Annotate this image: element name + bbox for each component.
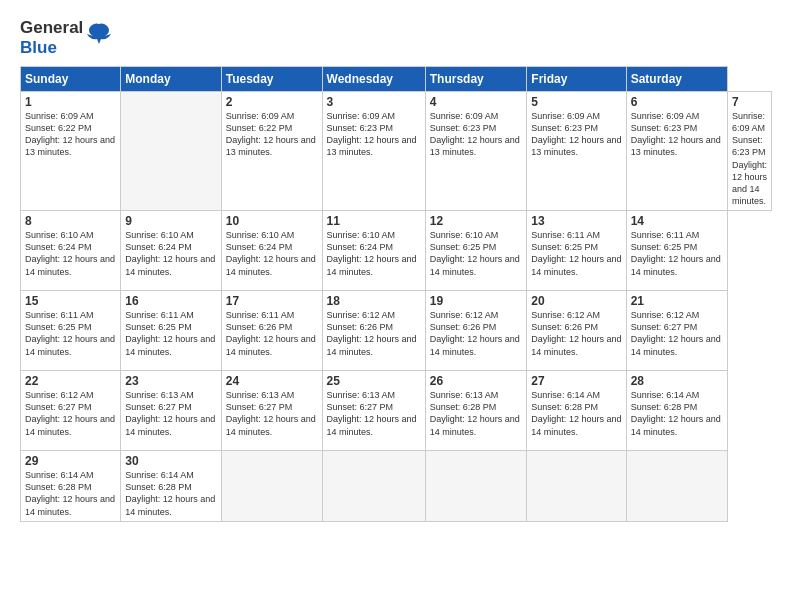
week-row-1: 1Sunrise: 6:09 AMSunset: 6:22 PMDaylight… xyxy=(21,92,772,211)
calendar-header-row: SundayMondayTuesdayWednesdayThursdayFrid… xyxy=(21,67,772,92)
day-cell-13: 13Sunrise: 6:11 AMSunset: 6:25 PMDayligh… xyxy=(527,211,626,291)
day-cell-9: 9Sunrise: 6:10 AMSunset: 6:24 PMDaylight… xyxy=(121,211,222,291)
day-num: 20 xyxy=(531,294,621,308)
col-header-saturday: Saturday xyxy=(626,67,727,92)
day-cell-empty-0 xyxy=(121,92,222,211)
day-num: 27 xyxy=(531,374,621,388)
calendar-table: SundayMondayTuesdayWednesdayThursdayFrid… xyxy=(20,66,772,522)
day-num: 14 xyxy=(631,214,723,228)
day-cell-2: 2Sunrise: 6:09 AMSunset: 6:22 PMDaylight… xyxy=(221,92,322,211)
day-num: 1 xyxy=(25,95,116,109)
day-num: 18 xyxy=(327,294,421,308)
day-cell-26: 26Sunrise: 6:13 AMSunset: 6:28 PMDayligh… xyxy=(425,371,527,451)
day-info: Sunrise: 6:09 AMSunset: 6:22 PMDaylight:… xyxy=(25,111,115,157)
logo-text: General Blue xyxy=(20,18,83,58)
day-num: 16 xyxy=(125,294,217,308)
day-num: 15 xyxy=(25,294,116,308)
day-info: Sunrise: 6:12 AMSunset: 6:27 PMDaylight:… xyxy=(631,310,721,356)
day-cell-8: 8Sunrise: 6:10 AMSunset: 6:24 PMDaylight… xyxy=(21,211,121,291)
day-cell-1: 1Sunrise: 6:09 AMSunset: 6:22 PMDaylight… xyxy=(21,92,121,211)
day-info: Sunrise: 6:09 AMSunset: 6:23 PMDaylight:… xyxy=(631,111,721,157)
day-cell-7: 7Sunrise: 6:09 AMSunset: 6:23 PMDaylight… xyxy=(727,92,771,211)
day-info: Sunrise: 6:11 AMSunset: 6:25 PMDaylight:… xyxy=(531,230,621,276)
day-info: Sunrise: 6:09 AMSunset: 6:23 PMDaylight:… xyxy=(430,111,520,157)
day-num: 6 xyxy=(631,95,723,109)
logo: General Blue xyxy=(20,18,113,58)
day-num: 9 xyxy=(125,214,217,228)
day-cell-22: 22Sunrise: 6:12 AMSunset: 6:27 PMDayligh… xyxy=(21,371,121,451)
day-cell-24: 24Sunrise: 6:13 AMSunset: 6:27 PMDayligh… xyxy=(221,371,322,451)
day-num: 11 xyxy=(327,214,421,228)
day-cell-19: 19Sunrise: 6:12 AMSunset: 6:26 PMDayligh… xyxy=(425,291,527,371)
day-cell-21: 21Sunrise: 6:12 AMSunset: 6:27 PMDayligh… xyxy=(626,291,727,371)
day-num: 5 xyxy=(531,95,621,109)
day-num: 30 xyxy=(125,454,217,468)
col-header-friday: Friday xyxy=(527,67,626,92)
day-cell-12: 12Sunrise: 6:10 AMSunset: 6:25 PMDayligh… xyxy=(425,211,527,291)
day-num: 10 xyxy=(226,214,318,228)
day-cell-empty-4-4 xyxy=(425,451,527,522)
day-num: 29 xyxy=(25,454,116,468)
day-num: 8 xyxy=(25,214,116,228)
day-cell-23: 23Sunrise: 6:13 AMSunset: 6:27 PMDayligh… xyxy=(121,371,222,451)
page: General Blue SundayMondayTuesdayWednesda… xyxy=(0,0,792,612)
day-info: Sunrise: 6:10 AMSunset: 6:24 PMDaylight:… xyxy=(327,230,417,276)
day-num: 21 xyxy=(631,294,723,308)
logo-blue: Blue xyxy=(20,38,83,58)
logo-general: General xyxy=(20,18,83,38)
day-info: Sunrise: 6:09 AMSunset: 6:23 PMDaylight:… xyxy=(531,111,621,157)
day-cell-10: 10Sunrise: 6:10 AMSunset: 6:24 PMDayligh… xyxy=(221,211,322,291)
day-cell-empty-4-6 xyxy=(626,451,727,522)
day-info: Sunrise: 6:11 AMSunset: 6:25 PMDaylight:… xyxy=(125,310,215,356)
day-info: Sunrise: 6:12 AMSunset: 6:26 PMDaylight:… xyxy=(430,310,520,356)
logo-bird-icon xyxy=(85,20,113,52)
day-info: Sunrise: 6:11 AMSunset: 6:26 PMDaylight:… xyxy=(226,310,316,356)
day-info: Sunrise: 6:10 AMSunset: 6:24 PMDaylight:… xyxy=(25,230,115,276)
week-row-4: 22Sunrise: 6:12 AMSunset: 6:27 PMDayligh… xyxy=(21,371,772,451)
day-num: 28 xyxy=(631,374,723,388)
day-num: 13 xyxy=(531,214,621,228)
day-info: Sunrise: 6:09 AMSunset: 6:23 PMDaylight:… xyxy=(732,111,767,206)
day-info: Sunrise: 6:11 AMSunset: 6:25 PMDaylight:… xyxy=(631,230,721,276)
day-num: 24 xyxy=(226,374,318,388)
col-header-tuesday: Tuesday xyxy=(221,67,322,92)
day-info: Sunrise: 6:13 AMSunset: 6:27 PMDaylight:… xyxy=(125,390,215,436)
day-cell-14: 14Sunrise: 6:11 AMSunset: 6:25 PMDayligh… xyxy=(626,211,727,291)
day-num: 12 xyxy=(430,214,523,228)
day-cell-3: 3Sunrise: 6:09 AMSunset: 6:23 PMDaylight… xyxy=(322,92,425,211)
week-row-3: 15Sunrise: 6:11 AMSunset: 6:25 PMDayligh… xyxy=(21,291,772,371)
col-header-wednesday: Wednesday xyxy=(322,67,425,92)
day-cell-16: 16Sunrise: 6:11 AMSunset: 6:25 PMDayligh… xyxy=(121,291,222,371)
day-cell-11: 11Sunrise: 6:10 AMSunset: 6:24 PMDayligh… xyxy=(322,211,425,291)
day-cell-17: 17Sunrise: 6:11 AMSunset: 6:26 PMDayligh… xyxy=(221,291,322,371)
day-cell-15: 15Sunrise: 6:11 AMSunset: 6:25 PMDayligh… xyxy=(21,291,121,371)
day-info: Sunrise: 6:14 AMSunset: 6:28 PMDaylight:… xyxy=(125,470,215,516)
day-info: Sunrise: 6:10 AMSunset: 6:25 PMDaylight:… xyxy=(430,230,520,276)
day-num: 17 xyxy=(226,294,318,308)
day-num: 25 xyxy=(327,374,421,388)
day-cell-27: 27Sunrise: 6:14 AMSunset: 6:28 PMDayligh… xyxy=(527,371,626,451)
day-info: Sunrise: 6:11 AMSunset: 6:25 PMDaylight:… xyxy=(25,310,115,356)
day-info: Sunrise: 6:14 AMSunset: 6:28 PMDaylight:… xyxy=(631,390,721,436)
day-cell-30: 30Sunrise: 6:14 AMSunset: 6:28 PMDayligh… xyxy=(121,451,222,522)
week-row-2: 8Sunrise: 6:10 AMSunset: 6:24 PMDaylight… xyxy=(21,211,772,291)
day-num: 7 xyxy=(732,95,767,109)
day-cell-5: 5Sunrise: 6:09 AMSunset: 6:23 PMDaylight… xyxy=(527,92,626,211)
day-cell-empty-4-3 xyxy=(322,451,425,522)
day-info: Sunrise: 6:09 AMSunset: 6:22 PMDaylight:… xyxy=(226,111,316,157)
day-info: Sunrise: 6:12 AMSunset: 6:26 PMDaylight:… xyxy=(327,310,417,356)
day-info: Sunrise: 6:14 AMSunset: 6:28 PMDaylight:… xyxy=(25,470,115,516)
header: General Blue xyxy=(20,18,772,58)
day-info: Sunrise: 6:10 AMSunset: 6:24 PMDaylight:… xyxy=(125,230,215,276)
day-cell-empty-4-2 xyxy=(221,451,322,522)
day-cell-28: 28Sunrise: 6:14 AMSunset: 6:28 PMDayligh… xyxy=(626,371,727,451)
day-info: Sunrise: 6:12 AMSunset: 6:27 PMDaylight:… xyxy=(25,390,115,436)
col-header-monday: Monday xyxy=(121,67,222,92)
day-cell-25: 25Sunrise: 6:13 AMSunset: 6:27 PMDayligh… xyxy=(322,371,425,451)
col-header-sunday: Sunday xyxy=(21,67,121,92)
day-info: Sunrise: 6:13 AMSunset: 6:27 PMDaylight:… xyxy=(226,390,316,436)
day-cell-29: 29Sunrise: 6:14 AMSunset: 6:28 PMDayligh… xyxy=(21,451,121,522)
col-header-thursday: Thursday xyxy=(425,67,527,92)
day-cell-18: 18Sunrise: 6:12 AMSunset: 6:26 PMDayligh… xyxy=(322,291,425,371)
day-cell-empty-4-5 xyxy=(527,451,626,522)
